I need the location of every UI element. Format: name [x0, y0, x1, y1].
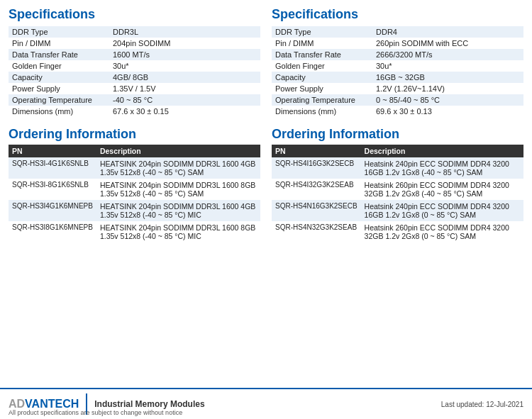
- table-row: Power Supply1.35V / 1.5V: [9, 83, 260, 94]
- order-pn: SQR-HS4N32G3K2SEAB: [272, 221, 361, 242]
- main-content: Specifications DDR TypeDDR3LPin / DIMM20…: [0, 0, 532, 285]
- footer-last-updated: Last updated: 12-Jul-2021: [441, 401, 523, 408]
- spec-label: DDR Type: [272, 26, 372, 38]
- spec-value: -40 ~ 85 °C: [109, 94, 260, 106]
- table-row: Golden Finger30u*: [9, 60, 260, 72]
- order-pn: SQR-HS3I-4G1K6SNLB: [9, 157, 96, 179]
- spec-label: Golden Finger: [272, 60, 372, 72]
- table-row: Capacity4GB/ 8GB: [9, 72, 260, 83]
- left-order-title: Ordering Information: [9, 127, 260, 142]
- table-row: Dimensions (mm)67.6 x 30 ± 0.15: [9, 106, 260, 117]
- spec-value: 1.2V (1.26V~1.14V): [372, 83, 523, 94]
- spec-value: DDR4: [372, 26, 523, 38]
- table-row: Data Transfer Rate1600 MT/s: [9, 49, 260, 60]
- order-desc: HEATSINK 204pin SODIMM DDR3L 1600 8GB 1.…: [96, 179, 260, 200]
- order-pn: SQR-HS4N16G3K2SECB: [272, 200, 361, 221]
- table-row: Capacity16GB ~ 32GB: [272, 72, 523, 83]
- spec-label: Pin / DIMM: [272, 38, 372, 49]
- left-order-table: PN Description SQR-HS3I-4G1K6SNLBHEATSIN…: [9, 145, 260, 242]
- spec-label: Operating Temperature: [9, 94, 109, 106]
- left-order-col1-header: PN: [9, 145, 96, 157]
- order-desc: HEATSINK 204pin SODIMM DDR3L 1600 4GB 1.…: [96, 157, 260, 179]
- two-column-layout: Specifications DDR TypeDDR3LPin / DIMM20…: [9, 7, 523, 242]
- spec-label: Power Supply: [9, 83, 109, 94]
- order-pn: SQR-HS3I-8G1K6SNLB: [9, 179, 96, 200]
- spec-label: Power Supply: [272, 83, 372, 94]
- right-order-title: Ordering Information: [272, 127, 523, 142]
- table-row: SQR-HS4I32G3K2SEABHeatsink 260pin ECC SO…: [272, 179, 523, 200]
- order-pn: SQR-HS4I16G3K2SECB: [272, 157, 361, 179]
- table-row: SQR-HS4N16G3K2SECBHeatsink 240pin ECC SO…: [272, 200, 523, 221]
- spec-label: Pin / DIMM: [9, 38, 109, 49]
- spec-label: Golden Finger: [9, 60, 109, 72]
- table-row: DDR TypeDDR3L: [9, 26, 260, 38]
- table-row: SQR-HS3I4G1K6MNEPBHEATSINK 204pin SODIMM…: [9, 200, 260, 221]
- order-desc: Heatsink 240pin ECC SODIMM DDR4 3200 16G…: [361, 200, 523, 221]
- table-row: Pin / DIMM260pin SODIMM with ECC: [272, 38, 523, 49]
- table-row: SQR-HS3I-4G1K6SNLBHEATSINK 204pin SODIMM…: [9, 157, 260, 179]
- order-desc: Heatsink 260pin ECC SODIMM DDR4 3200 32G…: [361, 221, 523, 242]
- spec-value: 0 ~ 85/-40 ~ 85 °C: [372, 94, 523, 106]
- order-pn: SQR-HS3I8G1K6MNEPB: [9, 221, 96, 242]
- order-pn: SQR-HS3I4G1K6MNEPB: [9, 200, 96, 221]
- spec-label: Data Transfer Rate: [9, 49, 109, 60]
- table-row: Operating Temperature-40 ~ 85 °C: [9, 94, 260, 106]
- right-order-table: PN Description SQR-HS4I16G3K2SECBHeatsin…: [272, 145, 523, 242]
- order-desc: Heatsink 260pin ECC SODIMM DDR4 3200 32G…: [361, 179, 523, 200]
- spec-value: 1600 MT/s: [109, 49, 260, 60]
- table-row: SQR-HS4N32G3K2SEABHeatsink 260pin ECC SO…: [272, 221, 523, 242]
- spec-label: Dimensions (mm): [9, 106, 109, 117]
- spec-label: DDR Type: [9, 26, 109, 38]
- table-row: SQR-HS3I8G1K6MNEPBHEATSINK 204pin SODIMM…: [9, 221, 260, 242]
- left-spec-title: Specifications: [9, 7, 260, 22]
- spec-value: 30u*: [372, 60, 523, 72]
- left-column: Specifications DDR TypeDDR3LPin / DIMM20…: [9, 7, 260, 242]
- footer-disclaimer: All product specifications are subject t…: [9, 409, 182, 416]
- right-order-col1-header: PN: [272, 145, 361, 157]
- table-row: Dimensions (mm)69.6 x 30 ± 0.13: [272, 106, 523, 117]
- spec-value: 204pin SODIMM: [109, 38, 260, 49]
- table-row: Data Transfer Rate2666/3200 MT/s: [272, 49, 523, 60]
- footer-bottom-row: All product specifications are subject t…: [0, 409, 532, 416]
- footer-tagline: Industrial Memory Modules: [94, 399, 204, 409]
- spec-value: 30u*: [109, 60, 260, 72]
- table-row: Power Supply1.2V (1.26V~1.14V): [272, 83, 523, 94]
- spec-value: 1.35V / 1.5V: [109, 83, 260, 94]
- right-spec-table: DDR TypeDDR4Pin / DIMM260pin SODIMM with…: [272, 26, 523, 117]
- spec-label: Operating Temperature: [272, 94, 372, 106]
- spec-value: DDR3L: [109, 26, 260, 38]
- right-order-col2-header: Description: [361, 145, 523, 157]
- right-spec-title: Specifications: [272, 7, 523, 22]
- spec-label: Data Transfer Rate: [272, 49, 372, 60]
- table-row: SQR-HS3I-8G1K6SNLBHEATSINK 204pin SODIMM…: [9, 179, 260, 200]
- right-column: Specifications DDR TypeDDR4Pin / DIMM260…: [272, 7, 523, 242]
- spec-label: Dimensions (mm): [272, 106, 372, 117]
- left-spec-table: DDR TypeDDR3LPin / DIMM204pin SODIMMData…: [9, 26, 260, 117]
- spec-value: 260pin SODIMM with ECC: [372, 38, 523, 49]
- left-order-col2-header: Description: [96, 145, 260, 157]
- spec-value: 67.6 x 30 ± 0.15: [109, 106, 260, 117]
- spec-label: Capacity: [9, 72, 109, 83]
- spec-value: 69.6 x 30 ± 0.13: [372, 106, 523, 117]
- spec-value: 16GB ~ 32GB: [372, 72, 523, 83]
- table-row: Golden Finger30u*: [272, 60, 523, 72]
- order-desc: Heatsink 240pin ECC SODIMM DDR4 3200 16G…: [361, 157, 523, 179]
- table-row: Pin / DIMM204pin SODIMM: [9, 38, 260, 49]
- table-row: Operating Temperature0 ~ 85/-40 ~ 85 °C: [272, 94, 523, 106]
- order-desc: HEATSINK 204pin SODIMM DDR3L 1600 8GB 1.…: [96, 221, 260, 242]
- spec-value: 2666/3200 MT/s: [372, 49, 523, 60]
- table-row: DDR TypeDDR4: [272, 26, 523, 38]
- table-row: SQR-HS4I16G3K2SECBHeatsink 240pin ECC SO…: [272, 157, 523, 179]
- order-desc: HEATSINK 204pin SODIMM DDR3L 1600 4GB 1.…: [96, 200, 260, 221]
- spec-value: 4GB/ 8GB: [109, 72, 260, 83]
- order-pn: SQR-HS4I32G3K2SEAB: [272, 179, 361, 200]
- spec-label: Capacity: [272, 72, 372, 83]
